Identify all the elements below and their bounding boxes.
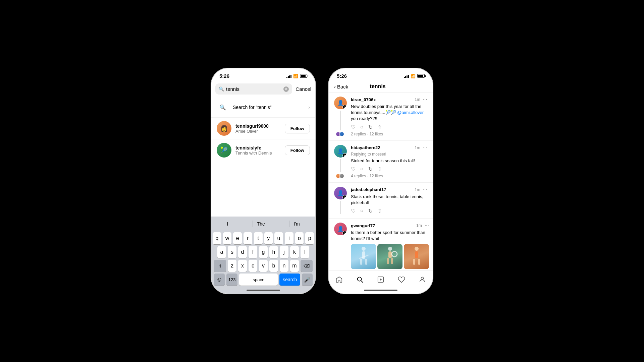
comment-button-2[interactable]: ○ — [360, 208, 364, 214]
thread-actions-1: ♡ ○ ↻ ⇧ — [351, 166, 427, 172]
key-c[interactable]: c — [249, 260, 257, 272]
share-button-2[interactable]: ⇧ — [377, 208, 382, 214]
thread-item-3: 👤 + gwangurl77 1m ··· Is there a better … — [329, 219, 433, 270]
thread-avatar-3: 👤 + — [334, 223, 347, 235]
cancel-button[interactable]: Cancel — [296, 86, 311, 92]
phone-search: 5:26 📶 🔍 tennis ✕ Cancel — [211, 68, 315, 294]
home-nav-icon[interactable] — [332, 274, 346, 285]
key-t[interactable]: t — [254, 232, 263, 244]
key-e[interactable]: e — [233, 232, 242, 244]
thread-meta-2: 1m ··· — [415, 187, 427, 193]
key-p[interactable]: p — [305, 232, 314, 244]
more-button-1[interactable]: ··· — [423, 145, 427, 151]
like-button-0[interactable]: ♡ — [351, 124, 356, 130]
status-icons-1: 📶 — [286, 74, 307, 78]
key-g[interactable]: g — [259, 246, 268, 258]
key-y[interactable]: y — [264, 232, 273, 244]
share-button-0[interactable]: ⇧ — [377, 124, 382, 130]
key-b[interactable]: b — [269, 260, 278, 272]
search-input[interactable]: tennis — [226, 86, 281, 92]
repost-button-1[interactable]: ↻ — [368, 166, 373, 172]
thread-line-2 — [340, 201, 341, 214]
keyboard-bottom-row: ☺ 123 space search 🎤 — [213, 274, 314, 286]
key-m[interactable]: m — [290, 260, 299, 272]
mic-key[interactable]: 🎤 — [302, 274, 313, 286]
search-results: 🔍 Search for "tennis" › 👩 tennisgurl9000… — [211, 97, 315, 217]
thread-time-0: 1m — [415, 97, 420, 102]
follow-button-2[interactable]: Follow — [285, 145, 310, 155]
suggestion-2[interactable]: I'm — [289, 221, 304, 227]
thread-meta-0: 1m ··· — [415, 97, 427, 103]
search-nav-icon[interactable] — [353, 274, 367, 285]
more-button-2[interactable]: ··· — [423, 187, 427, 193]
search-key[interactable]: search — [279, 274, 300, 286]
suggestion-0[interactable]: I — [223, 221, 232, 227]
clear-button[interactable]: ✕ — [283, 86, 289, 92]
key-j[interactable]: j — [280, 246, 288, 258]
key-w[interactable]: w — [223, 232, 232, 244]
key-x[interactable]: x — [238, 260, 247, 272]
thread-username-0: kiran_0706x — [351, 97, 376, 102]
thread-text-1: Stoked for tennis season this fall! — [351, 158, 427, 164]
thread-avatar-0: 👤 + — [334, 97, 347, 109]
key-f[interactable]: f — [249, 246, 257, 258]
svg-rect-13 — [413, 259, 415, 265]
phone1-content: 🔍 tennis ✕ Cancel 🔍 Search for "tennis" … — [211, 81, 315, 294]
battery-icon-2 — [417, 74, 425, 78]
more-button-0[interactable]: ··· — [423, 97, 427, 103]
key-o[interactable]: o — [295, 232, 304, 244]
comment-button-0[interactable]: ○ — [360, 124, 364, 130]
thread-line-1 — [340, 159, 341, 172]
key-k[interactable]: k — [290, 246, 299, 258]
profile-nav-icon[interactable] — [416, 274, 429, 285]
search-input-wrap[interactable]: 🔍 tennis ✕ — [215, 83, 292, 95]
emoji-key[interactable]: ☺ — [214, 274, 225, 286]
thread-stats-0: 2 replies · 12 likes — [351, 132, 427, 136]
share-button-1[interactable]: ⇧ — [377, 166, 382, 172]
repost-button-2[interactable]: ↻ — [368, 208, 373, 214]
shift-key[interactable]: ⇧ — [214, 260, 226, 272]
key-v[interactable]: v — [259, 260, 268, 272]
search-for-row[interactable]: 🔍 Search for "tennis" › — [211, 97, 315, 118]
space-key[interactable]: space — [239, 274, 278, 286]
key-u[interactable]: u — [274, 232, 283, 244]
plus-badge-2: + — [342, 195, 347, 199]
plus-badge-3: + — [342, 231, 347, 235]
back-label: Back — [337, 84, 348, 89]
preview-image-0 — [351, 244, 376, 269]
more-button-3[interactable]: ··· — [425, 223, 429, 229]
like-button-1[interactable]: ♡ — [351, 166, 356, 172]
like-button-2[interactable]: ♡ — [351, 208, 356, 214]
key-z[interactable]: z — [228, 260, 236, 272]
svg-rect-14 — [418, 259, 420, 265]
back-button[interactable]: ‹ Back — [334, 84, 348, 89]
tiny-avatar-1b — [339, 174, 344, 178]
replies-count-0: 2 replies — [351, 132, 366, 136]
tiny-avatar-0b — [339, 132, 344, 136]
suggestion-1[interactable]: The — [253, 221, 269, 227]
delete-key[interactable]: ⌫ — [301, 260, 313, 272]
comment-button-1[interactable]: ○ — [360, 166, 364, 172]
signal-icon-2 — [404, 74, 409, 78]
key-q[interactable]: q — [213, 232, 221, 244]
key-s[interactable]: s — [228, 246, 236, 258]
threads-list: 👤 + kiran_0706x 1m ··· — [329, 93, 433, 270]
thread-text-0: New doubles pair this year for all the t… — [351, 104, 427, 122]
numbers-key[interactable]: 123 — [226, 274, 238, 286]
heart-nav-icon[interactable] — [395, 274, 408, 285]
key-i[interactable]: i — [285, 232, 293, 244]
bottom-nav — [329, 270, 433, 287]
follow-button-1[interactable]: Follow — [285, 124, 310, 133]
compose-nav-icon[interactable] — [374, 274, 387, 285]
key-d[interactable]: d — [238, 246, 247, 258]
key-l[interactable]: l — [301, 246, 309, 258]
likes-count-1: 12 likes — [369, 174, 383, 178]
key-h[interactable]: h — [269, 246, 278, 258]
repost-button-0[interactable]: ↻ — [368, 124, 373, 130]
user-row-1: 👩 tennisgurl9000 Amie Oliver Follow — [211, 118, 315, 139]
wifi-icon: 📶 — [293, 74, 298, 78]
key-n[interactable]: n — [280, 260, 288, 272]
phone-results: 5:26 📶 ‹ Back tennis — [329, 68, 433, 294]
key-r[interactable]: r — [244, 232, 252, 244]
key-a[interactable]: a — [217, 246, 226, 258]
